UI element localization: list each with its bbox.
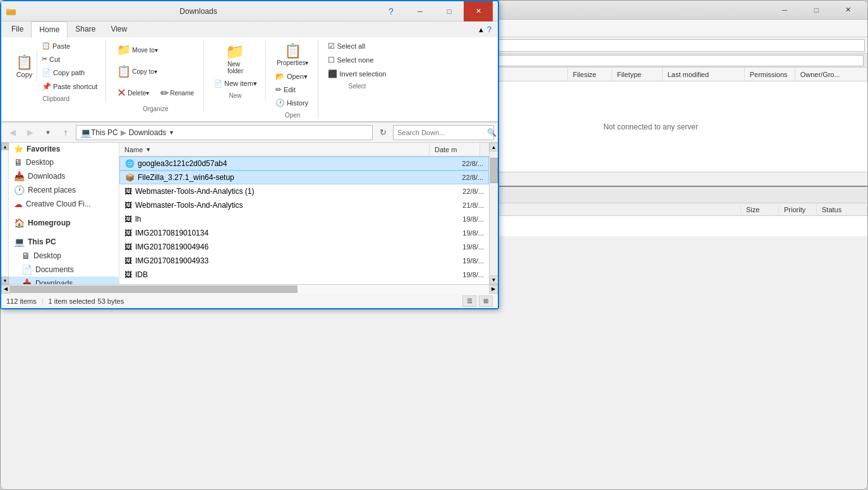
sidebar-favorites-header[interactable]: ⭐ Favorites [9,143,119,155]
fz-remote-path[interactable] [440,39,865,52]
file-icon: 🌐 [125,159,135,168]
new-folder-icon: 📁 [226,43,244,61]
clipboard-group-label: Clipboard [42,95,69,102]
paste-label: Paste [52,42,70,50]
exp-minimize-btn[interactable]: ─ [406,1,435,21]
new-folder-btn[interactable]: 📁 Newfolder [221,40,249,78]
sidebar-item-pc-downloads[interactable]: 📥 Downloads [9,277,119,284]
sidebar-scroll-down[interactable]: ▼ [1,277,9,284]
sidebar-item-downloads[interactable]: 📥 Downloads [9,169,119,183]
exp-up-btn[interactable]: ↑ [58,125,73,140]
rename-btn[interactable]: ✏ Rename [156,83,198,103]
sidebar-scroll-up[interactable]: ▲ [1,143,9,150]
fz-remote-col-type[interactable]: Filetype [612,68,663,81]
fz-queue-col-size: Size [741,206,779,213]
delete-rename-row: ✕ Delete▾ ✏ Rename [112,83,198,103]
breadcrumb-pc[interactable]: This PC [91,128,118,137]
fz-remote-col-perms[interactable]: Permissions [745,68,795,81]
scroll-thumb[interactable] [490,158,498,183]
fz-close-btn[interactable]: ✕ [833,0,862,20]
ribbon-help-btn[interactable]: ? [487,25,491,34]
explorer-window: Downloads ? ─ □ ✕ File Home Share View ▲… [0,0,499,309]
exp-file-row[interactable]: 🖼 IMG20170819010134 19/8/... [119,226,489,240]
file-name-text: FileZilla_3.27.1_win64-setup [138,173,234,182]
exp-tab-view[interactable]: View [103,21,135,37]
copy-to-icon: 📋 [117,64,131,78]
fz-remote-col-owner[interactable]: Owner/Gro... [795,68,867,81]
exp-recent-btn[interactable]: ▼ [40,125,56,140]
fz-remote-col-modified[interactable]: Last modified [663,68,745,81]
select-none-btn[interactable]: ☐ Select none [325,54,389,66]
sidebar-item-desktop[interactable]: 🖥 Desktop [9,155,119,169]
view-details-btn[interactable]: ☰ [462,296,476,307]
exp-help-btn[interactable]: ? [377,1,406,21]
exp-file-row[interactable]: 🖼 IMG20170819004933 19/8/... [119,254,489,268]
exp-close-btn[interactable]: ✕ [464,1,493,21]
exp-tab-home[interactable]: Home [31,21,68,38]
exp-file-row[interactable]: 🌐 googlea3c121c2d0d57ab4 22/8/... [119,157,489,170]
exp-file-name: 📦 FileZilla_3.27.1_win64-setup [120,173,438,182]
move-to-btn[interactable]: 📁 Move to▾ [112,40,198,60]
exp-breadcrumb[interactable]: 💻 This PC ▶ Downloads ▼ [76,125,373,140]
exp-maximize-btn[interactable]: □ [435,1,464,21]
breadcrumb-downloads[interactable]: Downloads [129,128,166,137]
exp-refresh-btn[interactable]: ↻ [375,125,390,140]
cut-btn[interactable]: ✂ Cut [39,53,100,65]
sidebar-homegroup-header[interactable]: 🏠 Homegroup [9,216,119,230]
sidebar-item-recent[interactable]: 🕐 Recent places [9,183,119,197]
scroll-track[interactable] [490,152,498,275]
sidebar-scrollbar[interactable]: ▲ ▼ [1,143,9,284]
select-all-btn[interactable]: ☑ Select all [325,40,389,52]
exp-address-bar: ◀ ▶ ▼ ↑ 💻 This PC ▶ Downloads ▼ ↻ 🔍 [1,122,498,143]
exp-tab-share[interactable]: Share [68,21,103,37]
hscroll-left[interactable]: ◀ [1,285,10,294]
view-tiles-btn[interactable]: ⊞ [479,296,493,307]
sidebar-item-pc-documents[interactable]: 📄 Documents [9,263,119,277]
paste-btn[interactable]: 📋 Paste [39,40,100,52]
exp-search-input[interactable] [397,129,485,136]
scroll-up-arrow[interactable]: ▲ [490,143,498,152]
fz-maximize-btn[interactable]: □ [802,0,831,20]
exp-hscrollbar[interactable]: ◀ ▶ [1,284,498,293]
exp-scrollbar[interactable]: ▲ ▼ [489,143,498,284]
move-to-icon: 📁 [117,43,131,57]
exp-search-box: 🔍 [393,125,494,140]
exp-file-row[interactable]: 🖼 IMG20170819004946 19/8/... [119,240,489,254]
exp-file-date: 22/8/... [438,188,489,195]
sidebar-item-creative-cloud[interactable]: ☁ Creative Cloud Fi... [9,197,119,211]
exp-file-row[interactable]: 🖼 lh 19/8/... [119,212,489,226]
fz-remote-path-input[interactable] [479,55,864,66]
breadcrumb-dropdown[interactable]: ▼ [169,129,174,136]
new-item-btn[interactable]: 📄 New item▾ [210,78,260,90]
exp-forward-btn[interactable]: ▶ [23,125,38,140]
exp-file-name: 🖼 lh [119,215,438,224]
hscroll-thumb[interactable] [10,285,298,293]
exp-file-row[interactable]: 🖼 IDB 19/8/... [119,268,489,282]
exp-file-row[interactable]: 🖼 Webmaster-Tools-And-Analytics (1) 22/8… [119,184,489,198]
sidebar-item-pc-desktop[interactable]: 🖥 Desktop [9,249,119,263]
clipboard-small-btns: 📋 Paste ✂ Cut 📄 Copy path [39,40,100,93]
fz-remote-col-size[interactable]: Filesize [568,68,612,81]
exp-col-date[interactable]: Date m [430,143,480,156]
delete-btn[interactable]: ✕ Delete▾ [112,83,154,103]
exp-file-row[interactable]: 📦 FileZilla_3.27.1_win64-setup 22/8/... [119,170,489,184]
copy-path-btn[interactable]: 📄 Copy path [39,66,100,79]
hscroll-right[interactable]: ▶ [489,285,498,294]
scroll-down-arrow[interactable]: ▼ [490,275,498,284]
edit-btn[interactable]: ✏ Edit [272,83,313,96]
sidebar-thispc-header[interactable]: 💻 This PC [9,235,119,249]
history-btn[interactable]: 🕐 History [272,97,313,109]
exp-file-row[interactable]: 🖼 Webmaster-Tools-And-Analytics 21/8/... [119,198,489,212]
paste-shortcut-btn[interactable]: 📌 Paste shortcut [39,80,100,93]
ribbon-collapse-btn[interactable]: ▲ [478,26,485,33]
properties-btn[interactable]: 📋 Properties▾ [272,40,313,69]
exp-tab-file[interactable]: File [4,21,31,37]
clipboard-copy-btn[interactable]: 📋 Copy [11,51,37,81]
invert-selection-btn[interactable]: ⬛ Invert selection [325,68,389,80]
favorites-collapse-icon: ⭐ [14,145,23,153]
copy-to-btn[interactable]: 📋 Copy to▾ [112,61,198,81]
exp-col-name[interactable]: Name ▼ [119,143,430,156]
open-btn[interactable]: 📂 Open▾ [272,70,313,83]
fz-minimize-btn[interactable]: ─ [770,0,799,20]
exp-back-btn[interactable]: ◀ [5,125,20,140]
